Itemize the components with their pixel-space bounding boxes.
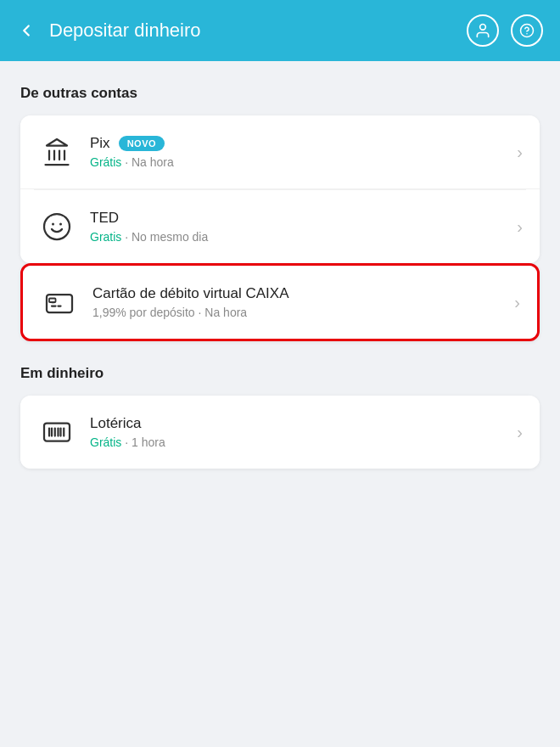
ted-item[interactable]: TED Gratis · No mesmo dia ›	[20, 190, 540, 263]
pix-subtitle: Grátis · Na hora	[90, 155, 510, 169]
svg-rect-12	[47, 295, 72, 312]
main-content: De outras contas Pix NOVO	[0, 61, 560, 492]
loterica-item[interactable]: Lotérica Grátis · 1 hora ›	[20, 396, 540, 469]
svg-point-9	[44, 214, 70, 239]
ted-subtitle: Gratis · No mesmo dia	[90, 230, 510, 244]
header-icons	[467, 14, 543, 47]
caixa-item[interactable]: Cartão de débito virtual CAIXA 1,99% por…	[23, 266, 537, 339]
person-circle-icon	[37, 207, 76, 246]
barcode-icon	[37, 413, 76, 452]
svg-point-10	[52, 223, 54, 226]
section-outras-title: De outras contas	[20, 85, 540, 102]
ted-chevron: ›	[517, 217, 523, 237]
svg-point-11	[59, 223, 62, 226]
pix-name: Pix	[90, 135, 110, 152]
back-button[interactable]	[17, 21, 36, 40]
caixa-name: Cartão de débito virtual CAIXA	[92, 285, 289, 302]
loterica-content: Lotérica Grátis · 1 hora	[90, 415, 510, 449]
caixa-subtitle: 1,99% por depósito · Na hora	[92, 306, 507, 319]
svg-point-0	[480, 25, 486, 31]
help-button[interactable]	[511, 14, 543, 47]
dinheiro-group: Lotérica Grátis · 1 hora ›	[20, 396, 540, 469]
svg-rect-16	[49, 299, 56, 303]
card-icon	[40, 283, 79, 322]
pix-badge: NOVO	[119, 136, 165, 151]
section-dinheiro-title: Em dinheiro	[20, 365, 540, 382]
profile-button[interactable]	[467, 14, 499, 47]
outras-contas-group: Pix NOVO Grátis · Na hora ›	[20, 115, 540, 263]
pix-item[interactable]: Pix NOVO Grátis · Na hora ›	[20, 115, 540, 189]
caixa-highlighted-wrapper: Cartão de débito virtual CAIXA 1,99% por…	[20, 263, 540, 341]
caixa-chevron: ›	[514, 293, 520, 312]
svg-marker-8	[47, 139, 67, 146]
loterica-chevron: ›	[517, 423, 523, 442]
page-title: Depositar dinheiro	[49, 20, 467, 42]
pix-chevron: ›	[517, 143, 523, 162]
loterica-name: Lotérica	[90, 415, 141, 432]
pix-content: Pix NOVO Grátis · Na hora	[90, 135, 510, 169]
bank-icon	[37, 132, 76, 171]
ted-content: TED Gratis · No mesmo dia	[90, 210, 510, 244]
svg-rect-17	[44, 424, 70, 441]
caixa-content: Cartão de débito virtual CAIXA 1,99% por…	[92, 285, 507, 319]
caixa-border: Cartão de débito virtual CAIXA 1,99% por…	[20, 263, 540, 341]
app-header: Depositar dinheiro	[0, 0, 560, 61]
ted-name: TED	[90, 210, 119, 227]
loterica-subtitle: Grátis · 1 hora	[90, 435, 510, 449]
